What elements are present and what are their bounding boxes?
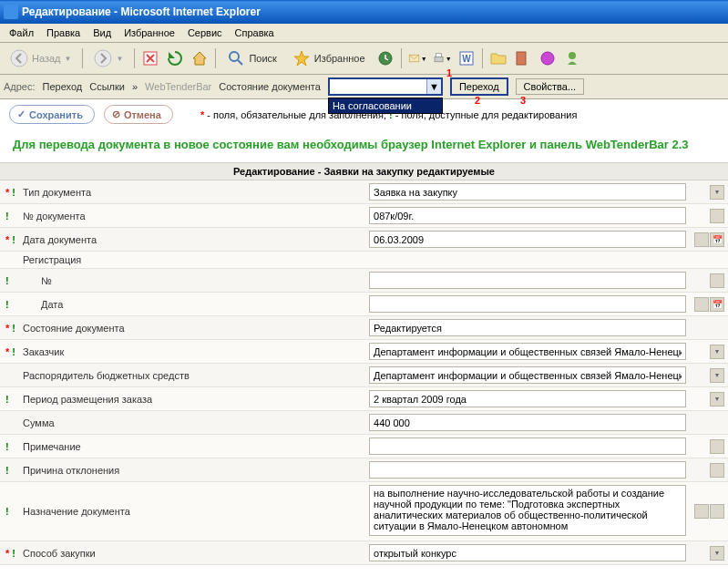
- refresh-icon: [166, 49, 184, 67]
- refresh-button[interactable]: [164, 47, 186, 69]
- annotation-3: 3: [520, 95, 526, 106]
- go-button[interactable]: Переход: [450, 77, 508, 96]
- section-header: Редактирование - Заявки на закупку редак…: [0, 162, 728, 180]
- research-button[interactable]: [512, 47, 534, 69]
- back-arrow-icon: [10, 49, 28, 67]
- lock-icon[interactable]: [694, 232, 709, 247]
- edit-button[interactable]: W: [456, 47, 477, 69]
- label-reg-date: Дата: [19, 293, 365, 316]
- row-doc-date: * ! Дата документа: [0, 228, 728, 252]
- input-note[interactable]: [369, 438, 686, 455]
- svg-rect-7: [436, 54, 441, 57]
- lock-icon[interactable]: [710, 273, 724, 288]
- address-bar: Адрес: Переход Ссылки » WebTenderBar Сос…: [0, 75, 728, 99]
- cancel-button[interactable]: Отмена: [104, 105, 173, 124]
- lock-icon[interactable]: [710, 463, 724, 478]
- calendar-icon[interactable]: [710, 232, 724, 247]
- input-doc-type[interactable]: [369, 183, 686, 201]
- doc-state-combo[interactable]: ▼ На согласовании: [328, 77, 443, 96]
- chevron-down-icon[interactable]: ▼: [426, 79, 441, 94]
- menu-tools[interactable]: Сервис: [182, 26, 228, 40]
- input-purchase-method[interactable]: [369, 544, 686, 561]
- lock-icon[interactable]: [710, 209, 724, 223]
- page-content: Сохранить Отмена * - поля, обязательные …: [0, 99, 728, 565]
- links-button[interactable]: Ссылки: [89, 81, 125, 92]
- dropdown-option[interactable]: На согласовании: [333, 100, 412, 111]
- discuss-button[interactable]: [537, 47, 559, 69]
- dropdown-icon[interactable]: [710, 368, 724, 383]
- address-goto[interactable]: Переход: [43, 81, 83, 92]
- webtenderbar-label[interactable]: WebTenderBar: [145, 81, 211, 92]
- label-purpose: Назначение документа: [19, 482, 365, 541]
- window-title: Редактирование - Microsoft Internet Expl…: [22, 5, 261, 18]
- forward-button[interactable]: ▼: [87, 46, 129, 70]
- back-button[interactable]: Назад ▼: [4, 46, 77, 70]
- input-sum[interactable]: [369, 414, 686, 431]
- label-budget-mgr: Распорядитель бюджетных средств: [19, 364, 365, 387]
- menubar: Файл Правка Вид Избранное Сервис Справка: [0, 24, 728, 43]
- properties-button[interactable]: Свойства...: [516, 78, 584, 95]
- input-doc-date[interactable]: [369, 231, 686, 248]
- input-budget-mgr[interactable]: [369, 366, 686, 384]
- dropdown-icon[interactable]: [710, 345, 724, 359]
- label-doc-type: Тип документа: [19, 180, 365, 204]
- row-customer: * ! Заказчик: [0, 340, 728, 364]
- menu-view[interactable]: Вид: [87, 26, 117, 40]
- doc-state-dropdown[interactable]: На согласовании: [328, 98, 443, 114]
- input-reg-date[interactable]: [369, 295, 686, 313]
- folder-button[interactable]: [487, 47, 509, 69]
- word-icon: W: [457, 49, 476, 67]
- input-doc-state[interactable]: [369, 319, 686, 336]
- input-period[interactable]: [369, 390, 686, 407]
- input-reg-no[interactable]: [369, 272, 686, 289]
- favorites-button[interactable]: Избранное: [286, 46, 372, 70]
- dropdown-icon[interactable]: [710, 185, 724, 200]
- chevron-down-icon: ▼: [65, 55, 72, 63]
- mail-button[interactable]: ▼: [406, 47, 428, 69]
- label-registration: Регистрация: [19, 252, 365, 269]
- row-purpose: ! Назначение документа: [0, 482, 728, 541]
- form-table: * ! Тип документа ! № документа * ! Дата…: [0, 180, 728, 565]
- menu-edit[interactable]: Правка: [41, 26, 86, 40]
- dropdown-icon[interactable]: [710, 546, 724, 561]
- dropdown-icon[interactable]: [710, 392, 724, 407]
- chevron-down-icon: ▼: [116, 55, 123, 63]
- menu-file[interactable]: Файл: [4, 26, 39, 40]
- label-purchase-method: Способ закупки: [19, 541, 365, 565]
- more-button[interactable]: »: [132, 81, 138, 92]
- window-titlebar: Редактирование - Microsoft Internet Expl…: [0, 0, 728, 24]
- row-note: ! Примечание: [0, 435, 728, 458]
- calendar-icon[interactable]: [710, 297, 724, 312]
- input-doc-no[interactable]: [369, 207, 686, 224]
- lock-icon[interactable]: [710, 439, 724, 454]
- svg-text:W: W: [462, 54, 471, 64]
- svg-point-3: [230, 52, 239, 61]
- label-period: Период размещения заказа: [19, 387, 365, 411]
- label-reject-reason: Причина отклонения: [19, 458, 365, 482]
- lock-icon[interactable]: [694, 504, 709, 519]
- input-customer[interactable]: [369, 343, 686, 360]
- svg-point-11: [541, 52, 554, 65]
- textarea-purpose[interactable]: [369, 485, 686, 536]
- stop-button[interactable]: [139, 47, 161, 69]
- lock-icon[interactable]: [694, 297, 709, 312]
- svg-rect-10: [517, 52, 526, 65]
- search-button[interactable]: Поиск: [220, 46, 282, 70]
- menu-help[interactable]: Справка: [230, 26, 280, 40]
- info-banner: Для перевода документа в новое состояние…: [0, 129, 728, 162]
- print-button[interactable]: ▼: [431, 47, 453, 69]
- messenger-button[interactable]: [561, 47, 583, 69]
- label-sum: Сумма: [19, 411, 365, 435]
- history-button[interactable]: [374, 47, 396, 69]
- row-doc-no: ! № документа: [0, 204, 728, 228]
- label-doc-state: Состояние документа: [19, 316, 365, 340]
- row-registration: Регистрация: [0, 252, 728, 269]
- home-button[interactable]: [189, 47, 210, 69]
- svg-rect-6: [435, 57, 443, 61]
- input-reject-reason[interactable]: [369, 461, 686, 479]
- save-button[interactable]: Сохранить: [9, 105, 95, 124]
- menu-favorites[interactable]: Избранное: [118, 26, 180, 40]
- stop-icon: [141, 49, 159, 67]
- expand-icon[interactable]: [710, 504, 724, 519]
- research-icon: [514, 49, 532, 67]
